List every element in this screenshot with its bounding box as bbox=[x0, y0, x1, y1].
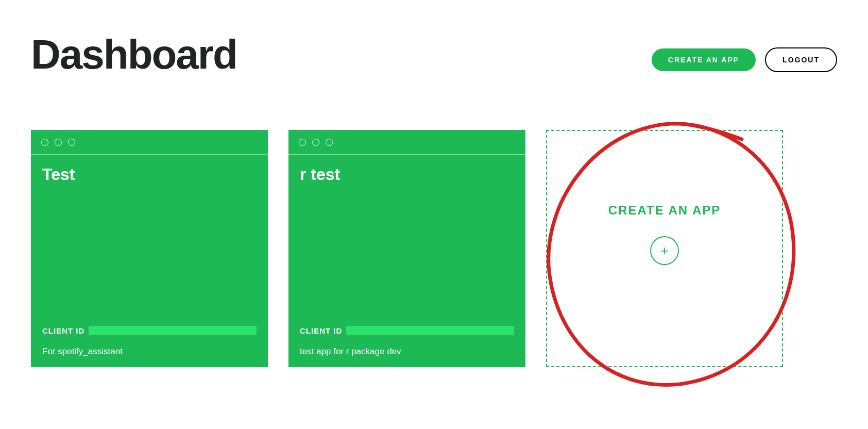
window-dot-icon bbox=[312, 139, 319, 146]
header: Dashboard CREATE AN APP LOGOUT bbox=[31, 31, 837, 78]
card-body: r test CLIENT ID test app for r package … bbox=[288, 155, 525, 367]
client-id-label: CLIENT ID bbox=[300, 326, 342, 335]
app-card[interactable]: r test CLIENT ID test app for r package … bbox=[288, 130, 525, 367]
client-id-row: CLIENT ID bbox=[42, 326, 257, 335]
client-id-redacted bbox=[346, 326, 514, 335]
window-dot-icon bbox=[55, 139, 62, 146]
plus-icon: + bbox=[650, 236, 679, 265]
create-app-card-label: CREATE AN APP bbox=[608, 203, 721, 218]
app-card[interactable]: Test CLIENT ID For spotify_assistant bbox=[31, 130, 268, 367]
window-dot-icon bbox=[41, 139, 48, 146]
card-window-dots bbox=[31, 130, 268, 155]
header-actions: CREATE AN APP LOGOUT bbox=[652, 47, 837, 72]
page-title: Dashboard bbox=[31, 31, 237, 78]
apps-grid: Test CLIENT ID For spotify_assistant r t… bbox=[31, 130, 837, 367]
client-id-redacted bbox=[89, 326, 257, 335]
app-name: Test bbox=[42, 165, 257, 184]
window-dot-icon bbox=[326, 139, 333, 146]
create-app-button[interactable]: CREATE AN APP bbox=[652, 48, 756, 71]
app-description: test app for r package dev bbox=[300, 346, 514, 357]
window-dot-icon bbox=[68, 139, 75, 146]
create-app-card[interactable]: CREATE AN APP + bbox=[546, 130, 783, 367]
app-description: For spotify_assistant bbox=[42, 346, 257, 357]
card-body: Test CLIENT ID For spotify_assistant bbox=[31, 155, 268, 367]
logout-button[interactable]: LOGOUT bbox=[765, 47, 837, 72]
card-window-dots bbox=[288, 130, 525, 155]
window-dot-icon bbox=[299, 139, 306, 146]
client-id-label: CLIENT ID bbox=[42, 326, 84, 335]
app-name: r test bbox=[300, 165, 514, 184]
client-id-row: CLIENT ID bbox=[300, 326, 514, 335]
